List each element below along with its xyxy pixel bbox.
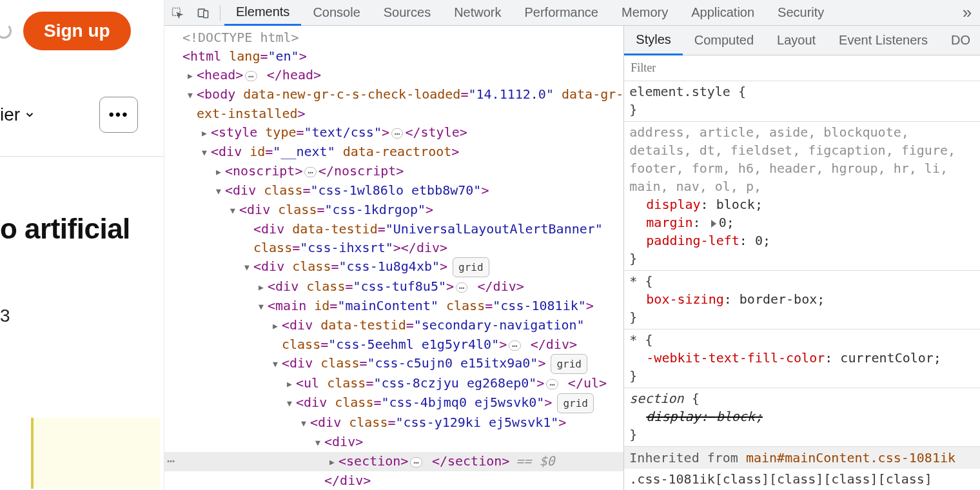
dropdown-ier[interactable]: ier bbox=[0, 104, 35, 125]
dom-line[interactable]: class="css-ihxsrt"></div> bbox=[164, 239, 623, 257]
chevron-down-icon bbox=[24, 109, 35, 121]
styles-panel: StylesComputedLayoutEvent ListenersDO el… bbox=[623, 26, 980, 490]
inspect-element-icon[interactable] bbox=[164, 0, 190, 26]
styles-tab-event-listeners[interactable]: Event Listeners bbox=[827, 26, 939, 55]
style-rule[interactable]: element.style {} bbox=[624, 81, 980, 122]
devtools-tab-network[interactable]: Network bbox=[442, 0, 513, 26]
devtools-tab-console[interactable]: Console bbox=[301, 0, 371, 26]
style-rule[interactable]: * {-webkit-text-fill-color: currentColor… bbox=[624, 329, 980, 388]
dom-line[interactable]: ▶<ul class="css-8czjyu eg268ep0">⋯ </ul> bbox=[164, 374, 623, 393]
style-rule[interactable]: section {display: block;} bbox=[624, 388, 980, 447]
device-toolbar-icon[interactable] bbox=[190, 0, 216, 26]
headline-text: o artificial bbox=[0, 213, 130, 245]
toolbar-divider bbox=[220, 5, 220, 21]
dropdown-ier-label: ier bbox=[0, 104, 20, 125]
webpage-fragment: Sign up ier ••• o artificial 3 bbox=[0, 0, 164, 490]
styles-tabs: StylesComputedLayoutEvent ListenersDO bbox=[624, 26, 980, 55]
dom-line[interactable]: ▼<div class="css-1u8g4xb">grid bbox=[164, 257, 623, 277]
devtools-toolbar: ElementsConsoleSourcesNetworkPerformance… bbox=[164, 0, 980, 26]
styles-filter bbox=[624, 55, 980, 81]
dom-line[interactable]: ▼<div class="css-4bjmq0 ej5wsvk0">grid bbox=[164, 393, 623, 413]
tabs-overflow-icon[interactable]: » bbox=[952, 3, 980, 23]
dom-line[interactable]: <div data-testid="UniversalLayoutAlertBa… bbox=[164, 220, 623, 239]
styles-tab-layout[interactable]: Layout bbox=[765, 26, 827, 55]
dom-line[interactable]: ▼<div id="__next" data-reactroot> bbox=[164, 142, 623, 162]
loading-spinner-icon bbox=[0, 23, 12, 39]
styles-filter-input[interactable] bbox=[631, 61, 975, 75]
svg-rect-2 bbox=[204, 10, 208, 17]
number-text: 3 bbox=[0, 306, 10, 326]
highlight-box bbox=[31, 418, 160, 489]
dom-line[interactable]: <html lang="en"> bbox=[164, 47, 623, 66]
dom-line[interactable]: ▼<main id="mainContent" class="css-1081i… bbox=[164, 297, 623, 316]
dom-line[interactable]: ▶<head>⋯ </head> bbox=[164, 66, 623, 85]
secondary-row: ier ••• bbox=[0, 97, 164, 157]
dom-line[interactable]: ▼<div class="css-y129ki ej5wsvk1"> bbox=[164, 413, 623, 433]
style-rule[interactable]: .css-1081ik[class][class][class][class][… bbox=[624, 469, 980, 490]
devtools-tab-application[interactable]: Application bbox=[680, 0, 766, 26]
styles-tab-computed[interactable]: Computed bbox=[683, 26, 765, 55]
devtools-tab-security[interactable]: Security bbox=[766, 0, 836, 26]
styles-rules[interactable]: element.style {}address, article, aside,… bbox=[624, 81, 980, 490]
dom-line[interactable]: ▼<div class="css-1kdrgop"> bbox=[164, 201, 623, 220]
styles-tab-do[interactable]: DO bbox=[939, 26, 980, 55]
devtools: ElementsConsoleSourcesNetworkPerformance… bbox=[164, 0, 980, 490]
devtools-tab-performance[interactable]: Performance bbox=[513, 0, 611, 26]
style-rule[interactable]: address, article, aside, blockquote, det… bbox=[624, 122, 980, 271]
dom-line[interactable]: ▶<div data-testid="secondary-navigation" bbox=[164, 316, 623, 335]
dom-line[interactable]: ext-installed> bbox=[164, 104, 623, 123]
dom-line[interactable]: ▶<style type="text/css">⋯</style> bbox=[164, 123, 623, 142]
dom-line[interactable]: </div> bbox=[164, 471, 623, 490]
devtools-tabs: ElementsConsoleSourcesNetworkPerformance… bbox=[224, 0, 952, 26]
dom-line[interactable]: <!DOCTYPE html> bbox=[164, 28, 623, 47]
dom-line[interactable]: ▶⋯<section>⋯ </section>== $0 bbox=[164, 452, 623, 471]
dom-line[interactable]: ▶<noscript>⋯</noscript> bbox=[164, 162, 623, 181]
dom-tree-panel[interactable]: <!DOCTYPE html><html lang="en">▶<head>⋯ … bbox=[164, 26, 623, 490]
dom-line[interactable]: ▼<body data-new-gr-c-s-check-loaded="14.… bbox=[164, 85, 623, 104]
dom-line[interactable]: ▼<div class="css-c5ujn0 e15itx9a0">grid bbox=[164, 354, 623, 374]
style-rule[interactable]: * {box-sizing: border-box;} bbox=[624, 271, 980, 329]
dom-line[interactable]: ▼<div class="css-1wl86lo etbb8w70"> bbox=[164, 181, 623, 201]
dom-line[interactable]: ▼<div> bbox=[164, 433, 623, 452]
devtools-tab-elements[interactable]: Elements bbox=[224, 0, 301, 26]
styles-tab-styles[interactable]: Styles bbox=[624, 26, 682, 55]
signup-button[interactable]: Sign up bbox=[23, 12, 131, 50]
devtools-tab-memory[interactable]: Memory bbox=[610, 0, 680, 26]
dom-line[interactable]: class="css-5eehml e1g5yr4l0">⋯ </div> bbox=[164, 335, 623, 354]
inherited-from-bar: Inherited from main#mainContent.css-1081… bbox=[624, 447, 980, 469]
dom-line[interactable]: ▶<div class="css-tuf8u5">⋯ </div> bbox=[164, 277, 623, 297]
devtools-tab-sources[interactable]: Sources bbox=[372, 0, 442, 26]
more-options-button[interactable]: ••• bbox=[99, 97, 138, 133]
